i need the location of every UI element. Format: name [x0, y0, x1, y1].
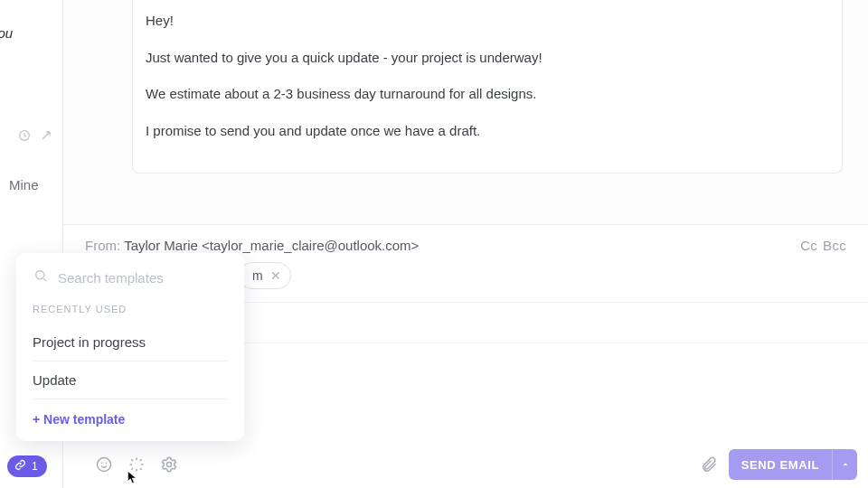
- bcc-toggle[interactable]: Bcc: [823, 238, 846, 253]
- search-icon: [33, 267, 49, 287]
- svg-point-3: [101, 463, 103, 465]
- svg-point-4: [106, 463, 108, 465]
- svg-point-1: [36, 271, 44, 279]
- expand-icon[interactable]: [39, 128, 53, 146]
- svg-point-5: [167, 463, 172, 467]
- recipient-chip[interactable]: m ✕: [239, 262, 291, 289]
- linked-items-pill[interactable]: 1: [7, 455, 47, 477]
- svg-point-2: [98, 458, 111, 472]
- templates-icon[interactable]: [127, 455, 146, 474]
- mine-tab[interactable]: Mine: [9, 177, 39, 192]
- link-icon: [14, 459, 26, 474]
- compose-toolbar: SEND EMAIL: [0, 446, 868, 488]
- send-email-button[interactable]: SEND EMAIL: [729, 449, 857, 480]
- attachment-icon[interactable]: [700, 455, 718, 474]
- email-paragraph: We estimate about a 2-3 business day tur…: [146, 84, 829, 105]
- email-paragraph: I promise to send you and update once we…: [146, 121, 829, 142]
- template-search-input[interactable]: [58, 270, 230, 286]
- send-email-label: SEND EMAIL: [729, 458, 832, 472]
- thread-you-label: you: [0, 25, 13, 41]
- emoji-icon[interactable]: [94, 455, 114, 474]
- template-item-update[interactable]: Update: [33, 361, 228, 399]
- new-template-button[interactable]: + New template: [16, 399, 244, 428]
- sidebar-action-row: [0, 128, 62, 146]
- remove-recipient-icon[interactable]: ✕: [270, 268, 281, 283]
- template-search-row: [16, 266, 244, 298]
- previous-email-body: Hey! Just wanted to give you a quick upd…: [132, 0, 843, 174]
- send-group: SEND EMAIL: [700, 449, 857, 480]
- recipient-chip-text: m: [252, 268, 263, 283]
- templates-popover: RECENTLY USED Project in progress Update…: [16, 253, 244, 441]
- template-item-project-in-progress[interactable]: Project in progress: [33, 324, 228, 361]
- from-value: Taylor Marie <taylor_marie_claire@outloo…: [124, 238, 419, 253]
- email-paragraph: Hey!: [146, 11, 829, 32]
- email-paragraph: Just wanted to give you a quick update -…: [146, 48, 829, 69]
- from-label: From:: [85, 238, 120, 253]
- settings-icon[interactable]: [159, 455, 179, 474]
- snooze-icon[interactable]: [17, 128, 32, 146]
- link-count: 1: [32, 460, 38, 473]
- send-dropdown-caret[interactable]: [832, 449, 857, 480]
- recently-used-heading: RECENTLY USED: [16, 298, 244, 324]
- cc-toggle[interactable]: Cc: [800, 238, 817, 253]
